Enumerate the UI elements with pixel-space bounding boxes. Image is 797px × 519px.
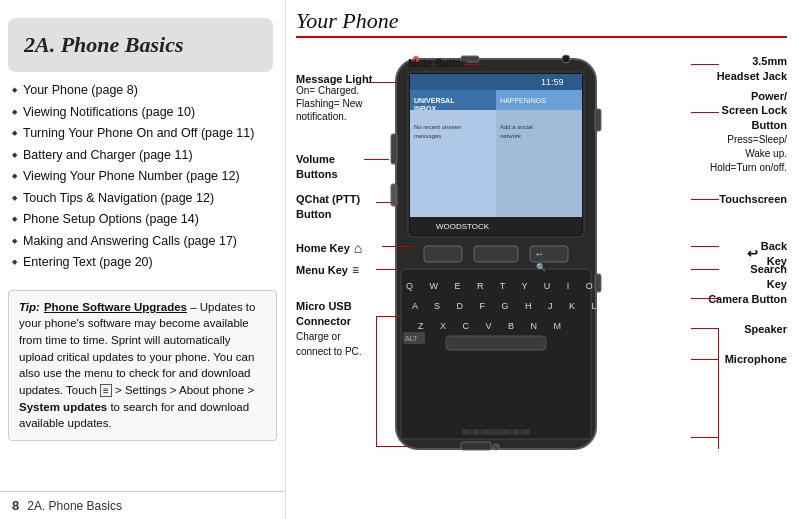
svg-rect-19 bbox=[474, 246, 518, 262]
toc-item-2: Viewing Notifications (page 10) bbox=[12, 104, 277, 122]
label-search-key: SearchKey bbox=[750, 262, 787, 292]
svg-text:Add a social: Add a social bbox=[500, 124, 533, 130]
svg-rect-32 bbox=[595, 274, 601, 292]
svg-text:11:59: 11:59 bbox=[541, 77, 564, 87]
svg-text:ALT: ALT bbox=[405, 335, 418, 342]
label-microphone: Microphone bbox=[725, 352, 787, 367]
svg-text:messages: messages bbox=[414, 133, 441, 139]
svg-rect-29 bbox=[391, 134, 397, 164]
svg-text:Q W E R T Y U I O P: Q W E R T Y U I O P bbox=[406, 281, 606, 291]
toc-item-5: Viewing Your Phone Number (page 12) bbox=[12, 168, 277, 186]
page-number: 8 bbox=[12, 498, 19, 513]
svg-rect-28 bbox=[446, 336, 546, 350]
tip-bold2: System updates bbox=[19, 401, 107, 413]
label-message-light-detail: On= Charged.Flashing= Newnotification. bbox=[296, 84, 362, 123]
svg-rect-20 bbox=[424, 246, 462, 262]
chapter-title: 2A. Phone Basics bbox=[24, 32, 257, 58]
diagram-area: 11:59 UNIVERSAL INBOX HAPPENINGS No rece… bbox=[296, 44, 787, 514]
svg-text:network: network bbox=[500, 133, 522, 139]
toc-list: Your Phone (page 8) Viewing Notification… bbox=[0, 82, 285, 276]
toc-item-7: Phone Setup Options (page 14) bbox=[12, 211, 277, 229]
label-headset-jack: 3.5mmHeadset Jack bbox=[717, 54, 787, 84]
tip-box: Tip:Phone Software Upgrades – Updates to… bbox=[8, 290, 277, 441]
toc-item-4: Battery and Charger (page 11) bbox=[12, 147, 277, 165]
toc-item-8: Making and Answering Calls (page 17) bbox=[12, 233, 277, 251]
svg-rect-22 bbox=[401, 269, 591, 439]
svg-text:Z X C V B N M: Z X C V B N M bbox=[418, 321, 568, 331]
svg-text:↩: ↩ bbox=[536, 250, 543, 259]
svg-text:WOODSTOCK: WOODSTOCK bbox=[436, 222, 490, 231]
svg-text:No recent unseen: No recent unseen bbox=[414, 124, 461, 130]
phone-image: 11:59 UNIVERSAL INBOX HAPPENINGS No rece… bbox=[386, 54, 606, 454]
tip-label: Tip: bbox=[19, 301, 40, 313]
label-touchscreen: Touchscreen bbox=[719, 192, 787, 207]
label-speaker: Speaker bbox=[744, 322, 787, 337]
label-menu-key: Menu Key ≡ bbox=[296, 262, 359, 278]
toc-item-6: Touch Tips & Navigation (page 12) bbox=[12, 190, 277, 208]
svg-text:UNIVERSAL: UNIVERSAL bbox=[414, 97, 455, 104]
label-qchat-button: QChat (PTT)Button bbox=[296, 192, 360, 222]
svg-rect-30 bbox=[391, 184, 397, 206]
footer-section: 2A. Phone Basics bbox=[27, 499, 122, 513]
chapter-title-box: 2A. Phone Basics bbox=[8, 18, 273, 72]
tip-text1: – Updates to your phone's software may b… bbox=[19, 301, 255, 396]
label-volume-buttons: VolumeButtons bbox=[296, 152, 338, 182]
svg-rect-44 bbox=[595, 109, 601, 131]
svg-text:HAPPENINGS: HAPPENINGS bbox=[500, 97, 546, 104]
page-heading: Your Phone bbox=[296, 8, 787, 38]
label-power-button: Power/Screen LockButton Press=Sleep/ Wak… bbox=[710, 89, 787, 175]
tip-highlight-text: Phone Software Upgrades bbox=[44, 301, 187, 313]
svg-text:A S D F G H J K L: A S D F G H J K L bbox=[412, 301, 604, 311]
toc-item-3: Turning Your Phone On and Off (page 11) bbox=[12, 125, 277, 143]
tip-text2: > Settings > About phone > bbox=[112, 384, 254, 396]
page-footer: 8 2A. Phone Basics bbox=[0, 491, 285, 519]
svg-point-41 bbox=[493, 444, 499, 450]
right-panel: Your Phone 11:59 UNIVERSAL INBOX bbox=[285, 0, 797, 519]
svg-rect-31 bbox=[461, 442, 491, 450]
tip-icon: ≡ bbox=[100, 384, 112, 397]
label-mute-button: Mute Button bbox=[408, 56, 467, 71]
svg-text:🔍: 🔍 bbox=[536, 262, 546, 272]
label-home-key: Home Key ⌂ bbox=[296, 239, 362, 258]
toc-item-1: Your Phone (page 8) bbox=[12, 82, 277, 100]
toc-item-9: Entering Text (page 20) bbox=[12, 254, 277, 272]
label-micro-usb: Micro USBConnector Charge orconnect to P… bbox=[296, 299, 362, 358]
label-camera-button: Camera Button bbox=[708, 292, 787, 307]
svg-point-43 bbox=[562, 55, 570, 63]
left-panel: 2A. Phone Basics Your Phone (page 8) Vie… bbox=[0, 0, 285, 519]
